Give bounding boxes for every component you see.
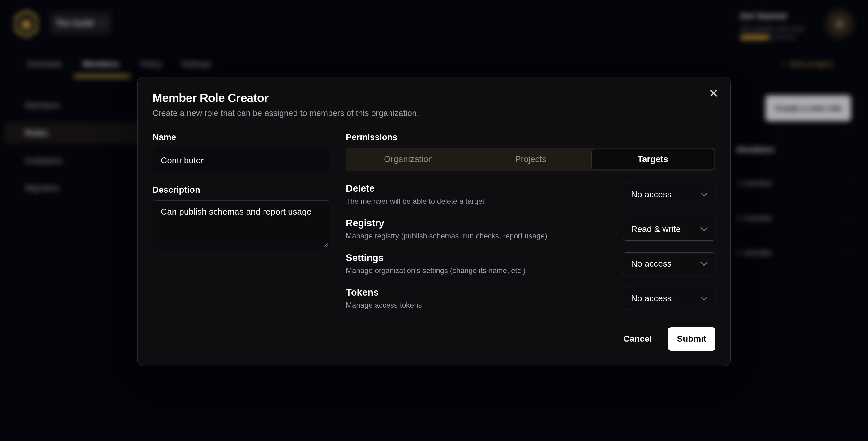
tab-projects[interactable]: Projects	[470, 149, 592, 169]
settings-access-select[interactable]: No access	[623, 252, 715, 275]
chevron-down-icon	[700, 296, 708, 301]
dialog-title: Member Role Creator	[153, 92, 715, 105]
role-identity-column: Name Description Can publish schemas and…	[153, 132, 330, 322]
select-value: No access	[631, 259, 672, 269]
cancel-button[interactable]: Cancel	[623, 334, 652, 344]
delete-access-select[interactable]: No access	[623, 183, 715, 206]
permission-title: Tokens	[346, 287, 422, 298]
permissions-label: Permissions	[346, 132, 715, 142]
permission-title: Registry	[346, 218, 547, 229]
description-textarea[interactable]: Can publish schemas and report usage	[153, 200, 330, 250]
chevron-down-icon	[700, 192, 708, 197]
permissions-column: Permissions Organization Projects Target…	[346, 132, 715, 322]
tab-targets[interactable]: Targets	[592, 149, 714, 169]
close-icon[interactable]: ✕	[705, 85, 722, 102]
select-value: No access	[631, 190, 672, 199]
permission-description: Manage registry (publish schemas, run ch…	[346, 232, 547, 240]
permission-row-tokens: Tokens Manage access tokens No access	[346, 287, 715, 310]
select-value: Read & write	[631, 224, 681, 234]
permission-title: Delete	[346, 183, 485, 194]
name-label: Name	[153, 132, 330, 142]
permissions-tab-group: Organization Projects Targets	[346, 148, 715, 171]
dialog-footer: Cancel Submit	[153, 327, 715, 351]
name-input[interactable]	[153, 148, 330, 173]
description-label: Description	[153, 185, 330, 195]
select-value: No access	[631, 293, 672, 304]
registry-access-select[interactable]: Read & write	[623, 218, 715, 241]
member-role-creator-dialog: ✕ Member Role Creator Create a new role …	[137, 77, 731, 366]
submit-button[interactable]: Submit	[668, 327, 715, 351]
chevron-down-icon	[700, 262, 708, 266]
tokens-access-select[interactable]: No access	[623, 287, 715, 310]
permission-description: The member will be able to delete a targ…	[346, 197, 485, 206]
permission-row-settings: Settings Manage organization's settings …	[346, 252, 715, 275]
permission-description: Manage organization's settings (change i…	[346, 266, 526, 275]
permission-rows: Delete The member will be able to delete…	[346, 183, 715, 310]
tab-organization[interactable]: Organization	[347, 149, 470, 169]
permission-row-delete: Delete The member will be able to delete…	[346, 183, 715, 206]
permission-row-registry: Registry Manage registry (publish schema…	[346, 218, 715, 241]
permission-title: Settings	[346, 252, 526, 263]
permission-description: Manage access tokens	[346, 301, 422, 310]
dialog-subtitle: Create a new role that can be assigned t…	[153, 108, 715, 118]
chevron-down-icon	[700, 227, 708, 232]
